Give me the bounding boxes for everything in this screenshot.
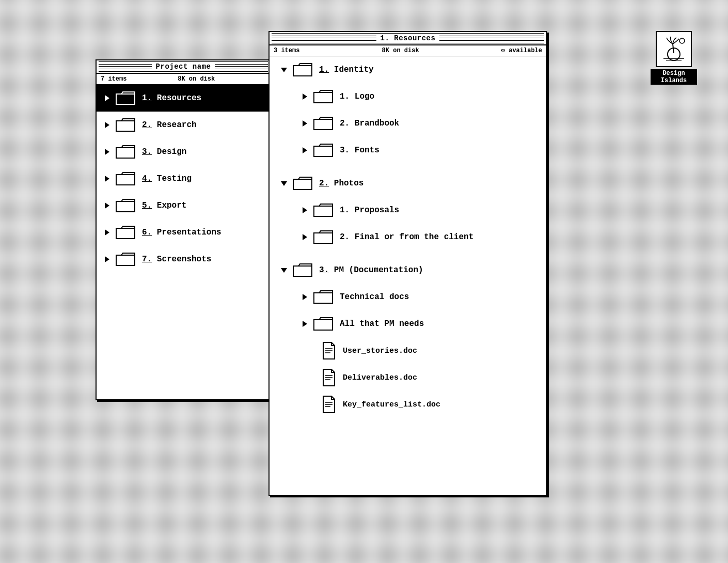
file-label-key-features: Key_features_list.doc [343, 400, 440, 409]
arrow-photos[interactable] [280, 179, 288, 187]
file-icon-key-features [321, 395, 337, 414]
folder-item-logo[interactable]: 1. Logo [270, 83, 546, 110]
folder-icon-resources [115, 90, 136, 106]
project-window: Project name 7 items 8K on disk 1. Resou… [96, 59, 271, 400]
folder-label-photos: 2. Photos [319, 179, 363, 188]
folder-icon-brandbook [313, 115, 334, 132]
arrow-logo[interactable] [300, 92, 309, 101]
resources-titlebar: 1. Resources [270, 32, 546, 45]
folder-icon-proposals [313, 202, 334, 218]
arrow-screenshots[interactable] [103, 255, 111, 263]
folder-icon-export [115, 197, 136, 214]
folder-item-pm[interactable]: 3. PM (Documentation) [270, 257, 546, 284]
design-islands-icon[interactable]: Design Islands [651, 31, 697, 85]
arrow-pm[interactable] [280, 266, 288, 274]
folder-label-export: 5. Export [142, 201, 186, 210]
desktop-icon-label: Design Islands [651, 69, 697, 85]
folder-item-photos[interactable]: 2. Photos [270, 170, 546, 197]
folder-icon-logo [313, 88, 334, 105]
arrow-brandbook[interactable] [300, 119, 309, 128]
folder-label-fonts: 3. Fonts [340, 146, 379, 155]
resources-disk-label: 8K on disk [299, 47, 501, 54]
folder-label-resources: 1. Resources [142, 93, 201, 103]
folder-label-proposals: 1. Proposals [340, 206, 399, 215]
folder-icon-pm-needs [313, 316, 334, 332]
folder-label-pm-needs: All that PM needs [340, 319, 424, 329]
file-item-user-stories[interactable]: User_stories.doc [270, 337, 546, 364]
folder-label-design: 3. Design [142, 147, 186, 157]
folder-icon-testing [115, 170, 136, 187]
arrow-resources[interactable] [103, 94, 111, 102]
folder-item-identity[interactable]: 1. Identity [270, 56, 546, 83]
folder-item-technical-docs[interactable]: Technical docs [270, 284, 546, 310]
folder-item-presentations[interactable]: 6. Presentations [97, 219, 270, 246]
project-window-title: Project name [152, 62, 215, 71]
arrow-pm-needs[interactable] [300, 320, 309, 328]
arrow-identity[interactable] [280, 66, 288, 74]
folder-item-brandbook[interactable]: 2. Brandbook [270, 110, 546, 137]
folder-label-presentations: 6. Presentations [142, 228, 221, 237]
folder-label-identity: 1. Identity [319, 65, 374, 74]
folder-label-research: 2. Research [142, 120, 197, 130]
resources-window-title: 1. Resources [376, 34, 440, 42]
folder-item-final[interactable]: 2. Final or from the client [270, 224, 546, 251]
project-titlebar: Project name [97, 60, 270, 74]
resources-tree: 1. Identity 1. Logo [270, 56, 546, 488]
folder-label-pm: 3. PM (Documentation) [319, 265, 423, 275]
arrow-technical-docs[interactable] [300, 293, 309, 301]
project-statusbar: 7 items 8K on disk [97, 74, 270, 85]
folder-label-technical-docs: Technical docs [340, 292, 409, 302]
file-item-deliverables[interactable]: Deliverables.doc [270, 364, 546, 391]
folder-icon-final [313, 229, 334, 245]
folder-item-resources[interactable]: 1. Resources [97, 85, 270, 112]
resources-window: 1. Resources 3 items 8K on disk ∞ availa… [268, 31, 547, 496]
arrow-final[interactable] [300, 233, 309, 241]
folder-label-brandbook: 2. Brandbook [340, 119, 399, 128]
folder-icon-pm [292, 262, 313, 278]
project-folder-list: 1. Resources 2. Research [97, 85, 270, 393]
folder-icon-photos [292, 175, 313, 192]
folder-icon-design [115, 144, 136, 160]
arrow-proposals[interactable] [300, 206, 309, 214]
arrow-testing[interactable] [103, 175, 111, 183]
folder-icon-technical-docs [313, 289, 334, 305]
folder-item-export[interactable]: 5. Export [97, 192, 270, 219]
folder-item-pm-needs[interactable]: All that PM needs [270, 310, 546, 337]
folder-item-proposals[interactable]: 1. Proposals [270, 197, 546, 224]
file-icon-user-stories [321, 341, 337, 360]
folder-icon-fonts [313, 142, 334, 159]
folder-label-final: 2. Final or from the client [340, 232, 473, 242]
file-label-deliverables: Deliverables.doc [343, 373, 417, 382]
folder-icon-identity [292, 61, 313, 78]
folder-icon-presentations [115, 224, 136, 241]
folder-item-testing[interactable]: 4. Testing [97, 165, 270, 192]
arrow-fonts[interactable] [300, 146, 309, 154]
folder-icon-research [115, 117, 136, 133]
resources-statusbar: 3 items 8K on disk ∞ available [270, 45, 546, 56]
file-icon-deliverables [321, 368, 337, 387]
file-item-key-features[interactable]: Key_features_list.doc [270, 391, 546, 418]
resources-available-label: ∞ available [501, 47, 542, 54]
resources-items-count: 3 items [274, 47, 299, 54]
folder-label-screenshots: 7. Screenshots [142, 255, 211, 264]
project-disk-label: 8K on disk [126, 75, 266, 83]
folder-item-design[interactable]: 3. Design [97, 138, 270, 165]
project-items-count: 7 items [101, 75, 126, 83]
folder-label-logo: 1. Logo [340, 92, 374, 101]
folder-item-research[interactable]: 2. Research [97, 112, 270, 138]
file-label-user-stories: User_stories.doc [343, 347, 417, 355]
arrow-design[interactable] [103, 148, 111, 156]
folder-item-screenshots[interactable]: 7. Screenshots [97, 246, 270, 273]
folder-label-testing: 4. Testing [142, 174, 192, 183]
svg-point-4 [679, 38, 685, 43]
arrow-research[interactable] [103, 121, 111, 129]
folder-icon-screenshots [115, 251, 136, 268]
desktop-icon-image [656, 31, 692, 67]
arrow-export[interactable] [103, 201, 111, 210]
arrow-presentations[interactable] [103, 228, 111, 237]
folder-item-fonts[interactable]: 3. Fonts [270, 137, 546, 164]
